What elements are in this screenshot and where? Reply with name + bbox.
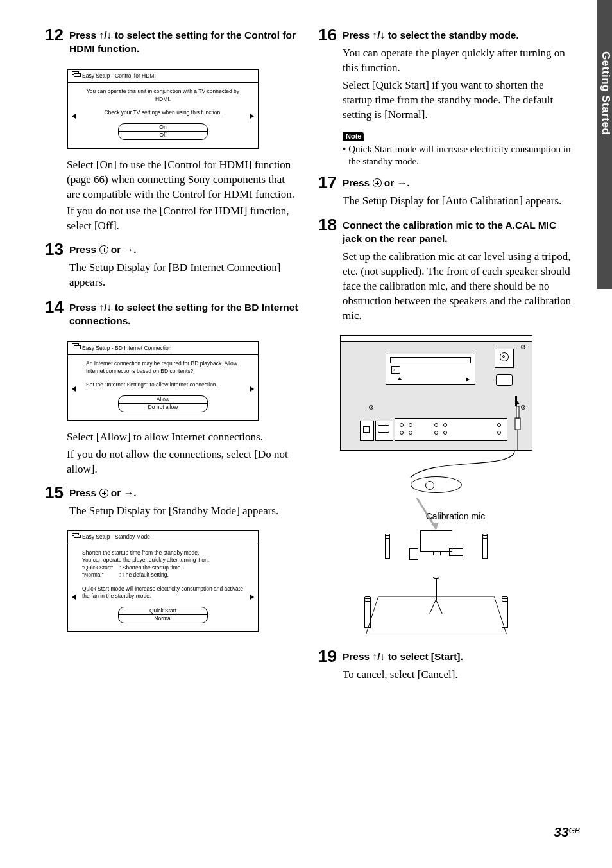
screen-header: Easy Setup - Control for HDMI xyxy=(68,70,258,83)
option-pill: Allow Do not allow xyxy=(118,395,208,412)
step-number: 15 xyxy=(45,483,67,521)
page-number-value: 33 xyxy=(554,824,568,839)
bullet-icon: • xyxy=(343,143,346,168)
plus-icon xyxy=(99,489,108,498)
t: . xyxy=(133,487,136,498)
t: Press xyxy=(343,177,373,188)
page-body: 12 Press / to select the setting for the… xyxy=(0,0,612,716)
jack-plug-icon xyxy=(483,400,528,451)
body-text: If you do not use the [Control for HDMI]… xyxy=(67,204,300,234)
right-arrow-icon xyxy=(397,177,407,188)
t: Shorten the startup time from the standb… xyxy=(82,550,199,556)
screen-header: Easy Setup - BD Internet Connection xyxy=(68,342,258,355)
step-title: Press / to select the setting for the BD… xyxy=(69,301,300,328)
screen-msg: You can operate this unit in conjunction… xyxy=(82,88,244,103)
right-arrow-icon xyxy=(124,487,134,498)
t: Press xyxy=(69,244,99,255)
screen-standby-mode: Easy Setup - Standby Mode Shorten the st… xyxy=(67,530,259,632)
screen-control-hdmi: Easy Setup - Control for HDMI You can op… xyxy=(67,69,259,149)
step-title: Press / to select [Start]. xyxy=(343,650,574,664)
mic-label: Calibration mic xyxy=(378,511,532,521)
t: Press xyxy=(343,651,373,662)
body-text: Select [Quick Start] if you want to shor… xyxy=(343,78,574,123)
step-title: Press / to select the setting for the Co… xyxy=(69,29,300,56)
step-number: 12 xyxy=(45,26,67,60)
t: or xyxy=(108,244,124,255)
nav-left-icon xyxy=(72,595,76,600)
body-text: Select [On] to use the [Control for HDMI… xyxy=(67,158,300,202)
screen-header: Easy Setup - Standby Mode xyxy=(68,531,258,544)
screen-msg: Check your TV settings when using this f… xyxy=(82,109,244,116)
t: to select [Start]. xyxy=(385,651,463,662)
t: You can operate the player quickly after… xyxy=(82,557,209,563)
body-text: The Setup Display for [Auto Calibration]… xyxy=(343,194,574,209)
step-number: 18 xyxy=(318,216,340,326)
body-text: To cancel, select [Cancel]. xyxy=(343,668,574,682)
screen-title: Easy Setup - Standby Mode xyxy=(82,534,150,541)
mic-disc-icon xyxy=(411,476,462,493)
body-text: You can operate the player quickly after… xyxy=(343,46,574,76)
step-number: 13 xyxy=(45,240,67,293)
room-layout-icon xyxy=(353,525,520,641)
step-16: 16 Press / to select the standby mode. Y… xyxy=(318,26,574,168)
t: Press xyxy=(343,30,373,40)
body-text: If you do not allow the connections, sel… xyxy=(67,447,300,477)
right-arrow-icon xyxy=(124,244,134,255)
step-19: 19 Press / to select [Start]. To cancel,… xyxy=(318,647,574,685)
t: to select the standby mode. xyxy=(385,30,518,40)
body-text: The Setup Display for [Standby Mode] app… xyxy=(69,504,300,519)
body-text: Set up the calibration mic at ear level … xyxy=(343,250,574,324)
option-on: On xyxy=(119,124,207,132)
step-number: 17 xyxy=(318,173,340,211)
body-text: The Setup Display for [BD Internet Conne… xyxy=(69,261,300,290)
step-title: Press or . xyxy=(69,243,300,257)
plus-icon xyxy=(99,245,108,254)
right-column: 16 Press / to select the standby mode. Y… xyxy=(318,26,574,690)
calibration-illustration: ! xyxy=(340,335,532,641)
nav-right-icon xyxy=(250,595,254,600)
t: "Normal" xyxy=(82,571,119,578)
step-title: Press or . xyxy=(69,487,300,500)
side-tab-getting-started: Getting Started xyxy=(597,0,612,289)
t: : Shorten the startup time. xyxy=(119,564,182,571)
screen-msg: Shorten the startup time from the standb… xyxy=(82,550,244,579)
nav-left-icon xyxy=(72,386,76,392)
note-text: • Quick Start mode will increase electri… xyxy=(343,143,574,168)
body-text: Select [Allow] to allow Internet connect… xyxy=(67,430,300,445)
t: : The default setting. xyxy=(119,571,169,578)
svg-rect-1 xyxy=(516,406,519,418)
nav-left-icon xyxy=(72,114,76,119)
step-title: Press or . xyxy=(343,177,574,190)
step-14: 14 Press / to select the setting for the… xyxy=(45,298,300,332)
step-number: 16 xyxy=(318,26,340,168)
screen-title: Easy Setup - BD Internet Connection xyxy=(82,345,171,352)
nav-right-icon xyxy=(250,386,254,392)
option-normal: Normal xyxy=(119,615,207,622)
note-label: Note xyxy=(343,132,364,141)
step-number: 19 xyxy=(318,647,340,685)
screen-bd-internet: Easy Setup - BD Internet Connection An I… xyxy=(67,341,259,421)
option-pill: On Off xyxy=(118,123,208,140)
t: Quick Start mode will increase electrici… xyxy=(348,143,574,168)
rear-panel-illustration: ! xyxy=(340,335,532,451)
t: Press xyxy=(69,30,99,40)
step-17: 17 Press or . The Setup Display for [Aut… xyxy=(318,173,574,211)
t: Press xyxy=(69,302,99,313)
t: or xyxy=(382,177,397,188)
screen-msg: An Internet connection may be required f… xyxy=(82,360,244,375)
option-off: Off xyxy=(119,132,207,139)
step-12: 12 Press / to select the setting for the… xyxy=(45,26,300,60)
step-title: Press / to select the standby mode. xyxy=(343,29,574,42)
setup-icon xyxy=(72,346,80,351)
screen-title: Easy Setup - Control for HDMI xyxy=(82,73,156,80)
page-number-suffix: GB xyxy=(569,826,580,835)
option-pill: Quick Start Normal xyxy=(118,607,208,623)
nav-right-icon xyxy=(250,114,254,119)
setup-icon xyxy=(72,74,80,78)
step-13: 13 Press or . The Setup Display for [BD … xyxy=(45,240,300,293)
step-15: 15 Press or . The Setup Display for [Sta… xyxy=(45,483,300,521)
t: "Quick Start" xyxy=(82,564,119,571)
t: Press xyxy=(69,487,99,498)
setup-icon xyxy=(72,535,80,540)
plus-icon xyxy=(373,178,382,187)
